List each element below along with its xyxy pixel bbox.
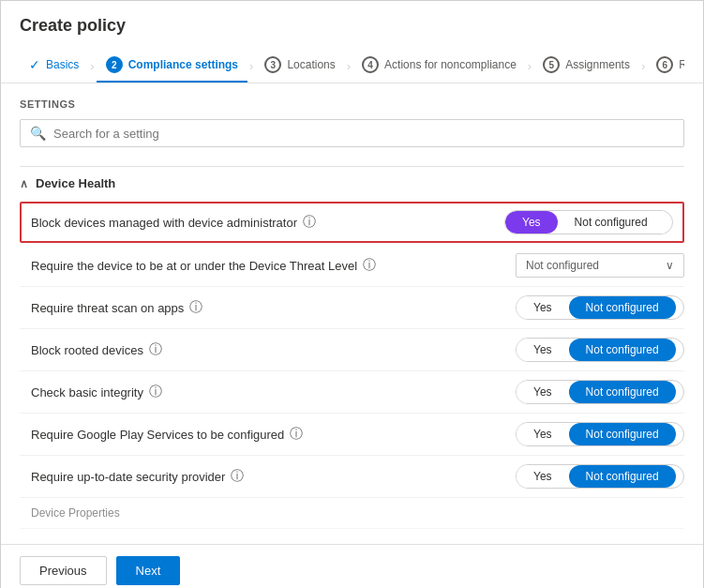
next-button[interactable]: Next <box>116 556 181 585</box>
toggle-no-security-provider[interactable]: Not configured <box>569 465 676 488</box>
partial-row-hint: Device Properties <box>20 498 684 529</box>
setting-row-block-rooted: Block rooted devices ⓘ Yes Not configure… <box>20 329 684 371</box>
toggle-yes-threat-scan[interactable]: Yes <box>517 296 569 319</box>
setting-row-google-play: Require Google Play Services to be confi… <box>20 414 684 456</box>
settings-list: Block devices managed with device admini… <box>20 200 684 529</box>
toggle-no-block-rooted[interactable]: Not configured <box>569 339 676 361</box>
toggle-yes-block-rooted[interactable]: Yes <box>517 339 569 361</box>
dropdown-threat-level[interactable]: Not configured ∨ <box>516 253 684 278</box>
previous-button[interactable]: Previous <box>20 556 107 585</box>
tab-review[interactable]: 6 Review <box>647 49 684 83</box>
tab-locations-circle: 3 <box>264 56 281 73</box>
tab-divider-5: › <box>639 59 647 73</box>
tab-divider-4: › <box>526 59 533 73</box>
main-content: SETTINGS 🔍 ∧ Device Health Block devices… <box>1 83 703 544</box>
setting-row-basic-integrity: Check basic integrity ⓘ Yes Not configur… <box>20 371 684 414</box>
setting-row-threat-scan: Require threat scan on apps ⓘ Yes Not co… <box>20 287 684 329</box>
check-icon: ✓ <box>29 57 40 72</box>
toggle-threat-scan[interactable]: Yes Not configured <box>516 295 684 320</box>
dropdown-threat-level-value: Not configured <box>526 259 599 272</box>
tab-review-circle: 6 <box>656 56 673 73</box>
tab-compliance[interactable]: 2 Compliance settings <box>97 49 247 83</box>
setting-text-block-device-admin: Block devices managed with device admini… <box>31 216 297 230</box>
page-title: Create policy <box>20 16 684 36</box>
toggle-no-threat-scan[interactable]: Not configured <box>569 296 676 319</box>
info-icon-basic-integrity[interactable]: ⓘ <box>149 384 162 400</box>
setting-label-threat-scan: Require threat scan on apps ⓘ <box>31 299 516 316</box>
tab-compliance-circle: 2 <box>106 56 123 73</box>
tab-actions-label: Actions for noncompliance <box>384 58 517 71</box>
search-icon: 🔍 <box>30 126 46 141</box>
tab-basics[interactable]: ✓ Basics <box>20 50 88 82</box>
setting-label-threat-level: Require the device to be at or under the… <box>31 257 516 274</box>
toggle-no-google-play[interactable]: Not configured <box>569 423 676 445</box>
setting-text-basic-integrity: Check basic integrity <box>31 385 143 400</box>
setting-label-google-play: Require Google Play Services to be confi… <box>31 426 516 443</box>
setting-label-basic-integrity: Check basic integrity ⓘ <box>31 384 516 400</box>
toggle-block-rooted[interactable]: Yes Not configured <box>516 338 684 362</box>
setting-row-security-provider: Require up-to-date security provider ⓘ Y… <box>20 456 684 498</box>
toggle-basic-integrity[interactable]: Yes Not configured <box>516 380 684 404</box>
tab-assignments-circle: 5 <box>543 56 560 73</box>
tab-locations[interactable]: 3 Locations <box>255 49 344 83</box>
tab-review-label: Review <box>679 58 684 71</box>
info-icon-threat-level[interactable]: ⓘ <box>363 257 376 274</box>
toggle-google-play[interactable]: Yes Not configured <box>516 422 684 446</box>
info-icon-google-play[interactable]: ⓘ <box>290 426 303 443</box>
setting-row-block-device-admin: Block devices managed with device admini… <box>20 202 684 243</box>
toggle-yes-google-play[interactable]: Yes <box>517 423 569 445</box>
tab-compliance-label: Compliance settings <box>128 58 238 71</box>
search-input[interactable] <box>53 127 674 141</box>
search-box[interactable]: 🔍 <box>20 119 684 147</box>
toggle-yes-security-provider[interactable]: Yes <box>517 465 569 488</box>
footer: Previous Next <box>1 544 703 588</box>
tab-assignments-label: Assignments <box>565 58 630 71</box>
tab-divider-2: › <box>247 59 255 73</box>
toggle-yes-block-device-admin[interactable]: Yes <box>505 211 558 234</box>
tab-actions-circle: 4 <box>362 56 379 73</box>
setting-label-security-provider: Require up-to-date security provider ⓘ <box>31 468 516 485</box>
setting-text-threat-scan: Require threat scan on apps <box>31 301 184 315</box>
tab-divider-3: › <box>345 59 352 73</box>
info-icon-block-rooted[interactable]: ⓘ <box>149 341 162 358</box>
wizard-tabs: ✓ Basics › 2 Compliance settings › 3 Loc… <box>20 49 684 83</box>
group-label: Device Health <box>36 176 115 190</box>
device-health-group: ∧ Device Health Block devices managed wi… <box>20 166 684 529</box>
tab-assignments[interactable]: 5 Assignments <box>533 49 639 83</box>
setting-row-threat-level: Require the device to be at or under the… <box>20 245 684 287</box>
partial-label: Device Properties <box>31 506 120 520</box>
info-icon-security-provider[interactable]: ⓘ <box>231 468 244 485</box>
tab-locations-label: Locations <box>287 58 335 71</box>
setting-text-google-play: Require Google Play Services to be confi… <box>31 428 284 442</box>
setting-label-block-device-admin: Block devices managed with device admini… <box>31 214 504 231</box>
toggle-block-device-admin[interactable]: Yes Not configured <box>504 210 673 234</box>
settings-section-title: SETTINGS <box>20 98 684 110</box>
setting-text-block-rooted: Block rooted devices <box>31 343 143 357</box>
toggle-no-block-device-admin[interactable]: Not configured <box>558 211 665 234</box>
toggle-security-provider[interactable]: Yes Not configured <box>516 464 684 489</box>
setting-text-threat-level: Require the device to be at or under the… <box>31 259 357 273</box>
group-header-device-health[interactable]: ∧ Device Health <box>20 167 684 200</box>
toggle-no-basic-integrity[interactable]: Not configured <box>569 381 676 403</box>
tab-basics-label: Basics <box>46 58 79 71</box>
info-icon-block-device-admin[interactable]: ⓘ <box>303 214 316 231</box>
tab-divider-1: › <box>88 59 96 73</box>
setting-text-security-provider: Require up-to-date security provider <box>31 470 225 484</box>
info-icon-threat-scan[interactable]: ⓘ <box>189 299 202 316</box>
toggle-yes-basic-integrity[interactable]: Yes <box>517 381 569 403</box>
chevron-down-icon: ∨ <box>666 259 674 272</box>
setting-label-block-rooted: Block rooted devices ⓘ <box>31 341 516 358</box>
tab-actions[interactable]: 4 Actions for noncompliance <box>352 49 526 83</box>
chevron-up-icon: ∧ <box>20 177 28 190</box>
